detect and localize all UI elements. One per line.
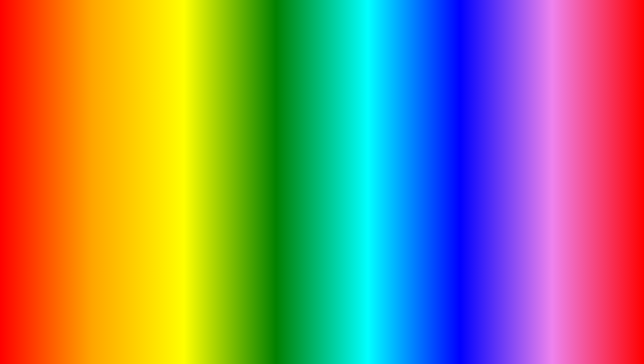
fast-attack-row: ✓ | Fast Attack	[77, 183, 212, 193]
auto-select-dungeon-row: ✓ | Auto Select Dungeon	[365, 173, 480, 183]
left-gui-header: DMSHub | BLOX FRUIT TIME : 08:44:59 AM […	[22, 101, 215, 109]
select-weapon-check: ✓	[80, 113, 84, 118]
no-miss-container: NO MISS SKILL	[250, 99, 324, 139]
stats-label: Stats	[37, 167, 46, 171]
auto-farm-level-toggle[interactable]	[196, 160, 208, 166]
right-sidebar-btn-stats[interactable]: ⚙ Stats	[316, 111, 360, 120]
right-gui-body: ⚙ Stats ⚙ Player ⚙ Teleport ⚙ Raid+Esp ⚙	[314, 109, 483, 186]
select-chips-pipe: |	[373, 152, 374, 156]
right-game-name: BLOX FRUIT	[339, 103, 361, 107]
right-sidebar-btn-fruit[interactable]: ⚙ Fruit	[316, 153, 360, 163]
right-teleport-label: Teleport	[329, 135, 342, 139]
right-fruit-icon: ⚙	[319, 156, 324, 160]
sidebar-btn-stats[interactable]: ⚙ Stats	[24, 164, 72, 173]
main-dot	[34, 125, 35, 127]
right-sep: |	[336, 102, 337, 107]
right-teleport-icon: ⚙	[319, 134, 324, 139]
sidebar-btn-info[interactable]: ⚙ Info	[24, 111, 72, 120]
sidebar-btn-race-v4[interactable]: ⚙ Race v4	[24, 143, 72, 152]
bring-mob-toggle[interactable]	[196, 172, 208, 178]
auto-select-dungeon-label: Auto Select Dungeon	[379, 176, 462, 180]
info-dot	[34, 115, 35, 116]
left-gui-body: ⚙ Info ⚙ Main ⚙ Settings ⚙ Race v4 ⚙	[22, 109, 215, 204]
left-gui-window: DMSHub | BLOX FRUIT TIME : 08:44:59 AM […	[22, 100, 215, 205]
settings-dot	[34, 136, 35, 137]
sidebar-btn-settings[interactable]: ⚙ Settings	[24, 132, 72, 141]
right-raid-label: Raid+Esp	[329, 145, 345, 149]
right-stats-label: Stats	[329, 113, 338, 117]
scroll-area[interactable]	[77, 195, 212, 201]
sidebar-btn-weapons[interactable]: ⚙ Weapons	[24, 153, 72, 163]
auto-awakener-check: ✓	[369, 127, 373, 132]
weapons-label: Weapons	[37, 156, 53, 160]
fast-attack-check: ✓	[80, 186, 84, 191]
fast-attack-pipe: |	[87, 186, 88, 190]
kill-aura-check: ✓	[369, 140, 373, 145]
right-player-label: Player	[329, 124, 340, 128]
player-icon: ⚙	[27, 177, 32, 182]
right-teleport-dot	[326, 136, 327, 137]
blox-fruits-logo: BL🍎X FRUITS	[571, 323, 627, 357]
auto-farm-dungeon-row: ✓ | Auto Farm Dungeon	[365, 111, 480, 122]
sidebar-btn-player[interactable]: ⚙ Player	[24, 175, 72, 184]
auto-select-dungeon-toggle[interactable]	[465, 175, 477, 181]
refresh-weapon-button[interactable]: Refresh Weapon	[77, 135, 212, 146]
auto-farm-dungeon-label: Auto Farm Dungeon	[379, 115, 462, 119]
kill-aura-toggle[interactable]	[465, 139, 477, 145]
auto-farm-level-check: ✓	[80, 160, 84, 165]
main-icon: ⚙	[27, 124, 32, 128]
player-label: Player	[37, 177, 48, 181]
auto-farm-level-pipe: |	[87, 161, 88, 165]
right-time-value: 08:45:15 AM	[376, 103, 395, 107]
auto-farm-level-row: ✓ | Auto Farm Level	[77, 157, 212, 168]
right-sidebar-btn-raid-esp[interactable]: ⚙ Raid+Esp	[316, 143, 360, 152]
player-dot	[34, 179, 35, 180]
right-fruit-label: Fruit	[329, 156, 337, 160]
race-label: Race v4	[37, 145, 51, 149]
bring-mob-row: ✓ | Bring Mob	[77, 170, 212, 181]
stats-dot	[34, 168, 35, 169]
right-fruit-dot	[326, 157, 327, 159]
right-time-label: TIME :	[364, 103, 374, 107]
stats-icon: ⚙	[27, 166, 32, 171]
auto-farm-dungeon-toggle[interactable]	[465, 114, 477, 120]
select-weapon-arrow: ▲	[204, 114, 208, 118]
fast-attack-toggle[interactable]	[196, 185, 208, 191]
no-miss-text: NO MISS	[250, 99, 324, 119]
right-player-icon: ⚙	[319, 124, 324, 128]
right-gui-window: DMSHub | BLOX FRUIT TIME : 08:45:15 AM […	[314, 100, 484, 187]
kill-aura-pipe: |	[375, 140, 376, 144]
right-ctrl-hint: [LeftCtrl	[468, 103, 480, 107]
bring-mob-label: Bring Mob	[90, 173, 194, 177]
right-stats-icon: ⚙	[319, 113, 324, 118]
select-first-button[interactable]: Select First	[365, 160, 480, 171]
left-sep: |	[44, 102, 45, 107]
select-weapon-row[interactable]: ✓ | Select Weapon ▲	[77, 111, 212, 120]
title-blox-fruits: BLOX FRUITS	[168, 6, 476, 49]
auto-farm-dungeon-check: ✓	[369, 114, 373, 119]
skill-text: SKILL	[250, 119, 324, 139]
auto-awakener-row: ✓ | Auto Awakener	[365, 124, 480, 135]
right-hub-name: DMSHub	[318, 103, 333, 107]
sidebar-btn-main[interactable]: ⚙ Main	[24, 121, 72, 131]
auto-farm-level-label: Auto Farm Level	[90, 161, 194, 165]
kill-aura-label: Kill Aura	[379, 140, 462, 144]
death-step-button[interactable]: Death Step	[77, 122, 212, 133]
kill-aura-row: ✓ | Kill Aura	[365, 137, 480, 147]
auto-awakener-toggle[interactable]	[465, 126, 477, 132]
select-chips-label: Select Chips	[376, 152, 396, 156]
settings-icon: ⚙	[27, 134, 32, 139]
left-time-value: 08:44:59 AM	[84, 103, 103, 107]
right-sidebar: ⚙ Stats ⚙ Player ⚙ Teleport ⚙ Raid+Esp ⚙	[314, 109, 363, 186]
right-stats-dot	[326, 115, 327, 116]
auto-select-dungeon-pipe: |	[375, 176, 376, 180]
auto-select-dungeon-check: ✓	[369, 176, 373, 181]
auto-awakener-pipe: |	[375, 127, 376, 131]
select-weapon-pipe: |	[116, 114, 117, 118]
select-chips-row[interactable]: ✓ | Select Chips ▲	[365, 149, 480, 158]
left-ctrl-hint: [LeftCtrl	[200, 103, 211, 107]
right-sidebar-btn-player[interactable]: ⚙ Player	[316, 121, 360, 131]
right-sidebar-btn-teleport[interactable]: ⚙ Teleport	[316, 132, 360, 141]
right-main-panel: ✓ | Auto Farm Dungeon ✓ | Auto Awakener …	[363, 109, 483, 186]
main-label: Main	[37, 124, 45, 128]
